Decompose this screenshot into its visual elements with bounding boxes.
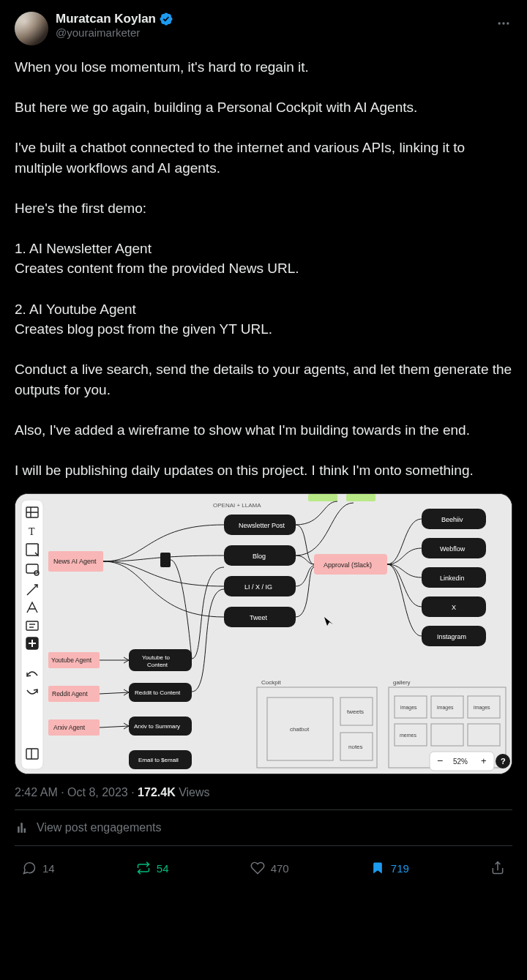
svg-text:memes: memes [400, 733, 416, 738]
node-x: X [452, 604, 456, 611]
timestamp[interactable]: 2:42 AM · Oct 8, 2023 [15, 786, 128, 798]
svg-rect-33 [346, 494, 375, 501]
tweet-actions: 14 54 470 719 [15, 856, 512, 875]
svg-text:chatbot: chatbot [290, 726, 310, 733]
svg-text:Arxiv Agent: Arxiv Agent [53, 724, 86, 731]
svg-text:gallery: gallery [393, 679, 411, 686]
svg-text:+: + [481, 755, 487, 766]
node-linkedin: Linkedin [440, 575, 465, 582]
svg-text:Youtube Agent: Youtube Agent [51, 657, 92, 664]
share-icon [490, 861, 505, 875]
agent-youtube: Youtube Agent [48, 652, 100, 668]
view-engagements-link[interactable]: View post engagements [15, 820, 512, 835]
more-options-button[interactable] [495, 15, 512, 32]
node-approval: Approval (Slack) [324, 561, 372, 569]
author-block[interactable]: Muratcan Koylan @youraimarketer [56, 12, 173, 39]
svg-text:52%: 52% [453, 758, 468, 766]
share-button[interactable] [490, 861, 505, 875]
display-name: Muratcan Koylan [56, 12, 156, 26]
divider [15, 809, 512, 810]
svg-rect-31 [160, 553, 171, 567]
svg-text:images: images [474, 705, 490, 711]
svg-point-0 [498, 22, 501, 24]
svg-point-1 [502, 22, 504, 24]
heart-icon [250, 861, 265, 875]
agent-arxiv: Arxiv Agent [48, 719, 100, 736]
avatar[interactable] [15, 12, 48, 45]
bookmark-icon [370, 861, 385, 875]
agent-news: News AI Agent [48, 551, 103, 572]
node-beehiiv: Beehiiv [441, 516, 463, 523]
node-li-x-ig: LI / X / IG [244, 583, 272, 591]
svg-text:Reddit Agent: Reddit Agent [52, 690, 88, 697]
bookmark-button[interactable]: 719 [370, 861, 409, 875]
verified-badge-icon [159, 12, 173, 26]
reply-icon [22, 861, 37, 875]
svg-text:?: ? [501, 757, 506, 766]
diagram-header-label: OPENAI + LLAMA [213, 502, 261, 509]
retweet-icon [136, 861, 151, 875]
analytics-icon [15, 820, 29, 835]
svg-text:images: images [437, 705, 454, 711]
handle: @youraimarketer [56, 26, 173, 39]
retweet-button[interactable]: 54 [136, 861, 169, 875]
svg-text:tweets: tweets [347, 708, 364, 715]
node-blog: Blog [253, 553, 266, 560]
svg-text:images: images [400, 705, 417, 711]
tweet-text: When you lose momentum, it's hard to reg… [15, 57, 512, 480]
node-tweet: Tweet [250, 614, 268, 621]
tweet-header: Muratcan Koylan @youraimarketer [15, 12, 512, 45]
reply-button[interactable]: 14 [22, 861, 55, 875]
views-count: 172.4K [138, 786, 176, 798]
svg-rect-32 [308, 494, 337, 501]
node-newsletter: Newsletter Post [239, 522, 285, 529]
node-arxiv-summary: Arxiv to Summary [134, 723, 180, 730]
views-label: Views [179, 786, 209, 798]
tweet-meta: 2:42 AM · Oct 8, 2023 · 172.4K Views [15, 786, 512, 799]
text-tool-icon[interactable]: T [29, 526, 35, 537]
svg-text:−: − [437, 755, 443, 766]
svg-text:Cockpit: Cockpit [261, 679, 281, 686]
svg-point-2 [507, 22, 509, 24]
agent-reddit: Reddit Agent [48, 686, 100, 702]
node-instagram: Instagram [437, 633, 466, 640]
svg-text:News AI Agent: News AI Agent [53, 558, 97, 565]
node-webflow: Webflow [440, 545, 466, 553]
attached-media[interactable]: T OPENAI + LLAMA News AI Agent Youtube A… [15, 493, 512, 774]
node-email: Email to $email [138, 757, 179, 763]
svg-text:notes: notes [348, 744, 363, 750]
node-reddit-to-content: Reddit to Content [135, 689, 181, 696]
like-button[interactable]: 470 [250, 861, 289, 875]
divider [15, 845, 512, 846]
svg-rect-4 [21, 500, 43, 769]
